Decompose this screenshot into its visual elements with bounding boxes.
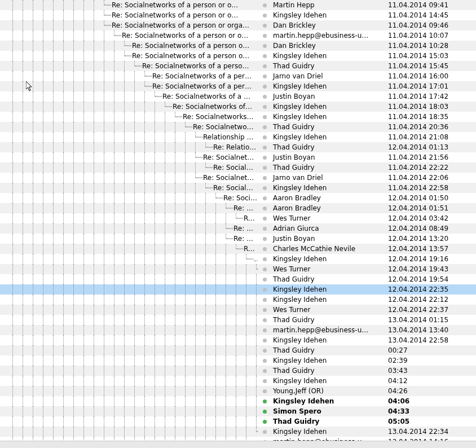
thread-subject-cell[interactable] <box>0 295 258 305</box>
read-status-cell[interactable] <box>258 308 271 312</box>
date-cell[interactable]: 12.04.2014 22:37 <box>386 305 476 315</box>
thread-subject-cell[interactable] <box>0 366 258 376</box>
thread-subject-cell[interactable] <box>0 335 258 345</box>
thread-subject-cell[interactable] <box>0 376 258 386</box>
date-cell[interactable]: 04:12 <box>386 376 476 386</box>
date-cell[interactable]: 12.04.2014 13:20 <box>386 234 476 244</box>
read-status-cell[interactable] <box>258 339 271 342</box>
message-row[interactable]: Re: Socialnetworks of a per…Jarno van Dr… <box>0 71 476 81</box>
date-cell[interactable]: 12.04.2014 19:16 <box>386 254 476 264</box>
message-row[interactable]: Kingsley Idehen04:12 <box>0 376 476 386</box>
message-row[interactable]: Thad Guidry12.04.2014 19:54 <box>0 274 476 284</box>
thread-subject-cell[interactable]: Re… <box>0 244 258 254</box>
thread-subject-cell[interactable] <box>0 325 258 335</box>
date-cell[interactable]: 11.04.2014 20:36 <box>386 122 476 132</box>
thread-subject-cell[interactable]: … <box>0 254 258 264</box>
date-cell[interactable]: 12.04.2014 08:49 <box>386 223 476 234</box>
date-cell[interactable]: 00:27 <box>386 345 476 355</box>
message-row[interactable]: Re: Socialnetworks of a person o…Dan Bri… <box>0 41 476 51</box>
message-row[interactable]: Re: Socialnetworks of a person o…Kingsle… <box>0 51 476 61</box>
sender-cell[interactable]: Wes Turner <box>271 264 386 274</box>
thread-subject-cell[interactable] <box>0 416 258 427</box>
read-status-cell[interactable] <box>258 44 271 48</box>
read-status-cell[interactable] <box>258 196 271 200</box>
sender-cell[interactable]: Thad Guidry <box>271 345 386 355</box>
sender-cell[interactable]: Kingsley Idehen <box>271 427 386 437</box>
message-row[interactable]: Re: Socialnetworks of a …Justin Boyan11.… <box>0 91 476 102</box>
read-status-cell[interactable] <box>258 359 271 363</box>
thread-subject-cell[interactable] <box>0 305 258 315</box>
read-status-cell[interactable] <box>258 420 271 424</box>
thread-subject-cell[interactable] <box>0 406 258 416</box>
read-status-cell[interactable] <box>258 399 271 403</box>
message-row[interactable]: Re: Socialnetworks of a person or o…Mart… <box>0 0 476 10</box>
date-cell[interactable]: 12.04.2014 01:13 <box>386 142 476 152</box>
message-row[interactable]: Re: Socialnetworks of a person or orga…D… <box>0 20 476 30</box>
thread-subject-cell[interactable] <box>0 315 258 325</box>
sender-cell[interactable]: Jarno van Driel <box>271 173 386 183</box>
thread-subject-cell[interactable]: Re: Socialnetworks of a person or o… <box>0 30 258 41</box>
message-row[interactable]: martin.hepp@ebusiness-u…13.04.2014 13:40 <box>0 325 476 335</box>
thread-subject-cell[interactable]: Re: Socialnetworks of a person o… <box>0 41 258 51</box>
sender-cell[interactable]: Kingsley Idehen <box>271 132 386 142</box>
sender-cell[interactable]: Kingsley Idehen <box>271 51 386 61</box>
read-status-cell[interactable] <box>258 34 271 38</box>
read-status-cell[interactable] <box>258 24 271 28</box>
read-status-cell[interactable] <box>258 85 271 89</box>
sender-cell[interactable]: Justin Boyan <box>271 152 386 162</box>
thread-subject-cell[interactable]: Re: Soci… <box>0 193 258 203</box>
read-status-cell[interactable] <box>258 328 271 332</box>
sender-cell[interactable]: Simon Spero <box>271 406 386 416</box>
read-status-cell[interactable] <box>258 410 271 414</box>
read-status-cell[interactable] <box>258 186 271 190</box>
sender-cell[interactable]: Kingsley Idehen <box>271 355 386 366</box>
date-cell[interactable]: 11.04.2014 10:28 <box>386 41 476 51</box>
thread-subject-cell[interactable]: Re: Socialn… <box>0 162 258 173</box>
read-status-cell[interactable] <box>258 74 271 78</box>
read-status-cell[interactable] <box>258 54 271 58</box>
message-row[interactable]: Kingsley Idehen13.04.2014 22:34 <box>0 427 476 437</box>
read-status-cell[interactable] <box>258 389 271 393</box>
date-cell[interactable]: 05:05 <box>386 416 476 427</box>
thread-subject-cell[interactable] <box>0 396 258 406</box>
message-row[interactable]: Re: Socialnet…Jarno van Driel11.04.2014 … <box>0 173 476 183</box>
read-status-cell[interactable] <box>258 237 271 241</box>
message-row[interactable]: Re: S…Adrian Giurca12.04.2014 08:49 <box>0 223 476 234</box>
date-cell[interactable]: 11.04.2014 10:07 <box>386 30 476 41</box>
date-cell[interactable]: 12.04.2014 01:51 <box>386 203 476 213</box>
sender-cell[interactable]: Young,Jeff (OR) <box>271 386 386 396</box>
message-row[interactable]: Re: Socialnetworks of a perso…Thad Guidr… <box>0 61 476 71</box>
sender-cell[interactable]: Thad Guidry <box>271 366 386 376</box>
message-row[interactable]: Simon Spero04:33 <box>0 406 476 416</box>
thread-subject-cell[interactable] <box>0 284 258 295</box>
date-cell[interactable]: 13.04.2014 22:34 <box>386 427 476 437</box>
date-cell[interactable]: 11.04.2014 09:41 <box>386 0 476 10</box>
sender-cell[interactable]: Thad Guidry <box>271 315 386 325</box>
read-status-cell[interactable] <box>258 3 271 7</box>
date-cell[interactable]: 11.04.2014 17:42 <box>386 91 476 102</box>
thread-subject-cell[interactable] <box>0 345 258 355</box>
message-row[interactable]: Thad Guidry05:05 <box>0 416 476 427</box>
thread-subject-cell[interactable]: Re: Socialnet… <box>0 173 258 183</box>
date-cell[interactable]: 11.04.2014 15:45 <box>386 61 476 71</box>
date-cell[interactable]: 12.04.2014 19:43 <box>386 264 476 274</box>
thread-subject-cell[interactable] <box>0 427 258 437</box>
date-cell[interactable]: 12.04.2014 13:57 <box>386 244 476 254</box>
message-row[interactable]: Re: S…Aaron Bradley12.04.2014 01:51 <box>0 203 476 213</box>
message-row[interactable]: Re: Socialnetworks…Kingsley Idehen11.04.… <box>0 112 476 122</box>
message-row[interactable]: Re: Socialnetworks of a person or o…King… <box>0 10 476 20</box>
thread-subject-cell[interactable]: Re: Socialnetworks… <box>0 112 258 122</box>
thread-subject-cell[interactable] <box>0 355 258 366</box>
sender-cell[interactable]: Aaron Bradley <box>271 193 386 203</box>
sender-cell[interactable]: Adrian Giurca <box>271 223 386 234</box>
thread-subject-cell[interactable]: Re: Socialnetworks of a per… <box>0 71 258 81</box>
thread-subject-cell[interactable]: Re: S… <box>0 223 258 234</box>
read-status-cell[interactable] <box>258 267 271 271</box>
date-cell[interactable]: 11.04.2014 22:58 <box>386 183 476 193</box>
thread-subject-cell[interactable]: Re: Socialnetworks of… <box>0 102 258 112</box>
message-row[interactable]: Wes Turner12.04.2014 22:37 <box>0 305 476 315</box>
message-thread-list[interactable]: Re: Socialnetworks of a person or o…Mart… <box>0 0 476 448</box>
date-cell[interactable]: 11.04.2014 14:45 <box>386 10 476 20</box>
date-cell[interactable]: 12.04.2014 19:54 <box>386 274 476 284</box>
date-cell[interactable]: 02:39 <box>386 355 476 366</box>
